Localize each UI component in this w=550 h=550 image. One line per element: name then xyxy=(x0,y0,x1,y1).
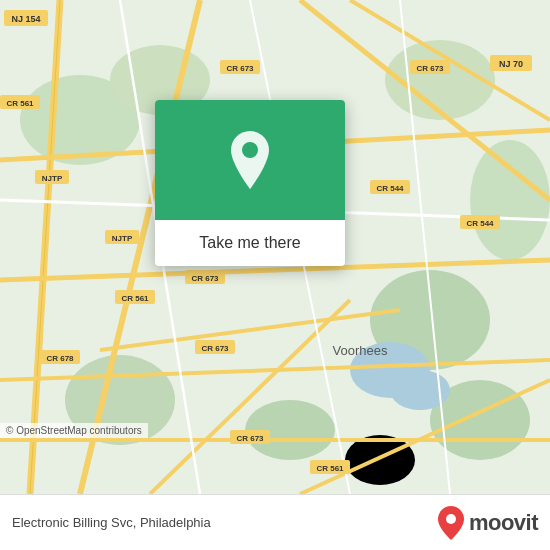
map-container[interactable]: NJ 154 NJTP NJTP NJ 70 CR 673 CR 673 CR … xyxy=(0,0,550,494)
moovit-pin-icon xyxy=(437,506,465,540)
svg-text:CR 561: CR 561 xyxy=(6,99,34,108)
svg-text:CR 673: CR 673 xyxy=(236,434,264,443)
location-pin-icon xyxy=(226,131,274,189)
svg-text:CR 544: CR 544 xyxy=(466,219,494,228)
svg-text:NJTP: NJTP xyxy=(42,174,63,183)
svg-text:CR 561: CR 561 xyxy=(121,294,149,303)
moovit-logo: moovit xyxy=(437,506,538,540)
svg-text:CR 544: CR 544 xyxy=(376,184,404,193)
svg-text:Voorhees: Voorhees xyxy=(333,343,388,358)
moovit-brand-text: moovit xyxy=(469,510,538,536)
popup-card[interactable]: Take me there xyxy=(155,100,345,266)
map-copyright: © OpenStreetMap contributors xyxy=(0,423,148,438)
svg-text:NJ 154: NJ 154 xyxy=(11,14,40,24)
svg-text:CR 673: CR 673 xyxy=(416,64,444,73)
svg-point-59 xyxy=(242,142,258,158)
svg-point-9 xyxy=(345,435,415,485)
popup-header xyxy=(155,100,345,220)
svg-text:CR 678: CR 678 xyxy=(46,354,74,363)
svg-point-4 xyxy=(470,140,550,260)
bottom-bar: Electronic Billing Svc, Philadelphia moo… xyxy=(0,494,550,550)
svg-text:CR 673: CR 673 xyxy=(226,64,254,73)
location-label: Electronic Billing Svc, Philadelphia xyxy=(12,515,211,530)
svg-text:NJ 70: NJ 70 xyxy=(499,59,523,69)
take-me-there-button[interactable]: Take me there xyxy=(183,220,316,266)
svg-text:NJTP: NJTP xyxy=(112,234,133,243)
svg-text:CR 673: CR 673 xyxy=(191,274,219,283)
svg-text:CR 673: CR 673 xyxy=(201,344,229,353)
svg-text:CR 561: CR 561 xyxy=(316,464,344,473)
svg-point-60 xyxy=(446,514,456,524)
